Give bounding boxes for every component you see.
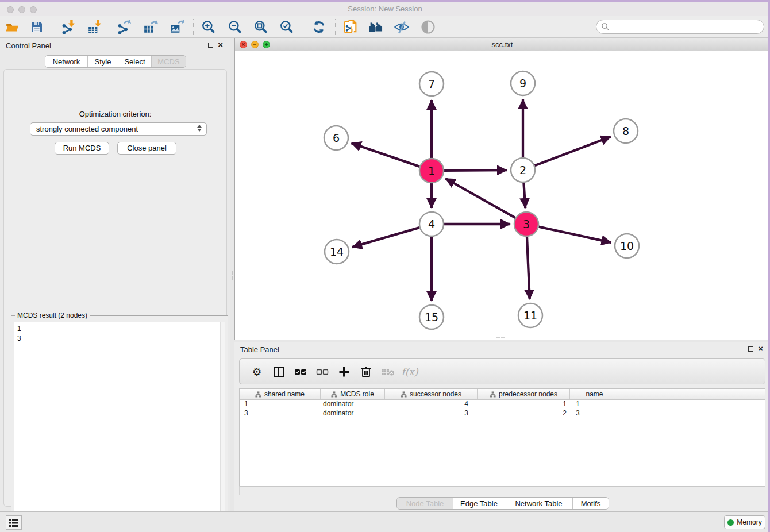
cell-shared-name[interactable]: 1 bbox=[240, 400, 321, 409]
delete-table-button-disabled bbox=[380, 364, 396, 380]
graph-node-label: 4 bbox=[428, 218, 435, 230]
new-network-from-selection-button[interactable] bbox=[342, 19, 359, 35]
memory-status-icon bbox=[727, 519, 734, 526]
graph-node-label: 2 bbox=[519, 164, 526, 176]
graph-node-label: 11 bbox=[523, 309, 537, 322]
network-canvas[interactable]: 7968124314101511 bbox=[235, 51, 769, 340]
unselect-all-button[interactable] bbox=[314, 364, 330, 380]
mcds-result-scrollbar[interactable] bbox=[220, 322, 225, 532]
open-folder-icon bbox=[5, 20, 20, 34]
graph-edge[interactable] bbox=[523, 183, 525, 208]
main-area: Control Panel × Network Style Select MCD… bbox=[0, 38, 770, 511]
tab-edge-table[interactable]: Edge Table bbox=[453, 498, 505, 509]
column-type-icon bbox=[490, 391, 496, 398]
tab-select[interactable]: Select bbox=[118, 56, 152, 67]
delete-row-button[interactable] bbox=[358, 364, 374, 380]
splitter-handle[interactable] bbox=[230, 269, 234, 282]
add-row-button[interactable] bbox=[336, 364, 352, 380]
cell-mcds-role[interactable]: dominator bbox=[321, 409, 385, 418]
graph-edge[interactable] bbox=[352, 228, 419, 247]
open-file-button[interactable] bbox=[5, 19, 21, 35]
window-top-border bbox=[0, 0, 770, 2]
tab-motifs[interactable]: Motifs bbox=[573, 498, 609, 509]
zoom-selected-button[interactable] bbox=[279, 19, 295, 35]
home-layout-button[interactable] bbox=[368, 19, 384, 35]
memory-label: Memory bbox=[737, 518, 761, 526]
node-table: shared name MCDS role successor nodes pr… bbox=[239, 388, 765, 495]
tab-network[interactable]: Network bbox=[45, 56, 88, 67]
cell-successor-nodes[interactable]: 4 bbox=[385, 400, 478, 409]
titlebar: Session: New Session bbox=[0, 2, 770, 16]
zoom-fit-button[interactable] bbox=[253, 19, 269, 35]
graph-edge[interactable] bbox=[444, 170, 507, 171]
zoom-out-button[interactable] bbox=[227, 19, 243, 35]
network-resize-handle[interactable] bbox=[496, 337, 506, 339]
cell-name[interactable]: 1 bbox=[570, 400, 619, 409]
graph-edge[interactable] bbox=[538, 227, 611, 242]
tab-mcds[interactable]: MCDS bbox=[152, 56, 186, 67]
export-image-button[interactable] bbox=[169, 19, 185, 35]
graph-edge[interactable] bbox=[527, 237, 530, 299]
cell-name[interactable]: 3 bbox=[570, 409, 619, 418]
cell-successor-nodes[interactable]: 3 bbox=[385, 409, 478, 418]
save-session-button[interactable] bbox=[29, 19, 45, 35]
mcds-result-text[interactable]: 1 3 bbox=[14, 322, 225, 532]
close-table-panel-icon[interactable]: × bbox=[758, 346, 763, 352]
table-row[interactable]: 3 dominator 3 2 3 bbox=[240, 409, 765, 418]
import-table-button[interactable] bbox=[87, 19, 103, 35]
close-panel-icon[interactable]: × bbox=[218, 42, 223, 48]
select-all-button[interactable] bbox=[292, 364, 309, 380]
table-panel-title: Table Panel bbox=[240, 345, 279, 354]
column-header-successor-nodes[interactable]: successor nodes bbox=[385, 389, 478, 399]
tab-node-table[interactable]: Node Table bbox=[397, 498, 453, 509]
column-header-shared-name[interactable]: shared name bbox=[240, 389, 321, 399]
column-header-name[interactable]: name bbox=[570, 389, 619, 399]
float-table-panel-icon[interactable] bbox=[748, 346, 753, 352]
close-panel-button[interactable]: Close panel bbox=[117, 142, 176, 155]
show-column-panel-button[interactable] bbox=[271, 364, 287, 380]
memory-button[interactable]: Memory bbox=[724, 515, 765, 529]
hide-selected-button[interactable] bbox=[394, 19, 410, 35]
export-network-icon bbox=[117, 20, 132, 34]
cell-mcds-role[interactable]: dominator bbox=[321, 400, 385, 409]
network-window: × − + scc.txt 7968124314101511 bbox=[234, 38, 770, 340]
graph-edge[interactable] bbox=[351, 143, 419, 167]
graph-edge[interactable] bbox=[535, 137, 611, 165]
import-network-button[interactable] bbox=[60, 19, 76, 35]
column-type-icon bbox=[401, 391, 407, 398]
table-settings-button[interactable]: ⚙ bbox=[249, 364, 265, 380]
cell-predecessor-nodes[interactable]: 2 bbox=[478, 409, 570, 418]
graph-node-label: 9 bbox=[519, 77, 526, 90]
column-header-mcds-role[interactable]: MCDS role bbox=[321, 389, 385, 399]
task-history-button[interactable] bbox=[6, 515, 22, 530]
run-mcds-button[interactable]: Run MCDS bbox=[55, 142, 109, 155]
search-input[interactable] bbox=[596, 20, 764, 34]
criterion-select[interactable]: strongly connected component bbox=[30, 122, 207, 136]
toolbar-separator bbox=[193, 19, 194, 35]
tab-style[interactable]: Style bbox=[88, 56, 118, 67]
toolbar-separator bbox=[303, 19, 303, 35]
fx-icon: f(x) bbox=[401, 366, 418, 377]
columns-icon bbox=[273, 366, 284, 377]
export-network-button[interactable] bbox=[116, 19, 132, 35]
save-icon bbox=[30, 20, 44, 34]
table-horizontal-scrollbar[interactable] bbox=[239, 486, 765, 495]
refresh-layout-button[interactable] bbox=[311, 19, 327, 35]
tab-network-table[interactable]: Network Table bbox=[505, 498, 573, 509]
function-builder-button-disabled: f(x) bbox=[402, 364, 418, 380]
cell-predecessor-nodes[interactable]: 1 bbox=[478, 400, 570, 409]
export-table-button[interactable] bbox=[143, 19, 159, 35]
table-row[interactable]: 1 dominator 4 1 1 bbox=[240, 400, 765, 409]
column-header-predecessor-nodes[interactable]: predecessor nodes bbox=[478, 389, 570, 399]
network-graph[interactable]: 7968124314101511 bbox=[235, 51, 770, 340]
cell-shared-name[interactable]: 3 bbox=[240, 409, 321, 418]
mcds-panel: Optimization criterion: strongly connect… bbox=[3, 69, 227, 507]
zoom-in-button[interactable] bbox=[201, 19, 217, 35]
plus-icon bbox=[338, 365, 351, 378]
network-titlebar[interactable]: × − + scc.txt bbox=[235, 38, 769, 51]
export-table-icon bbox=[143, 20, 158, 34]
float-panel-icon[interactable] bbox=[208, 43, 213, 48]
show-all-button[interactable] bbox=[420, 19, 436, 35]
eye-icon bbox=[420, 19, 436, 35]
graph-edge[interactable] bbox=[445, 179, 515, 218]
